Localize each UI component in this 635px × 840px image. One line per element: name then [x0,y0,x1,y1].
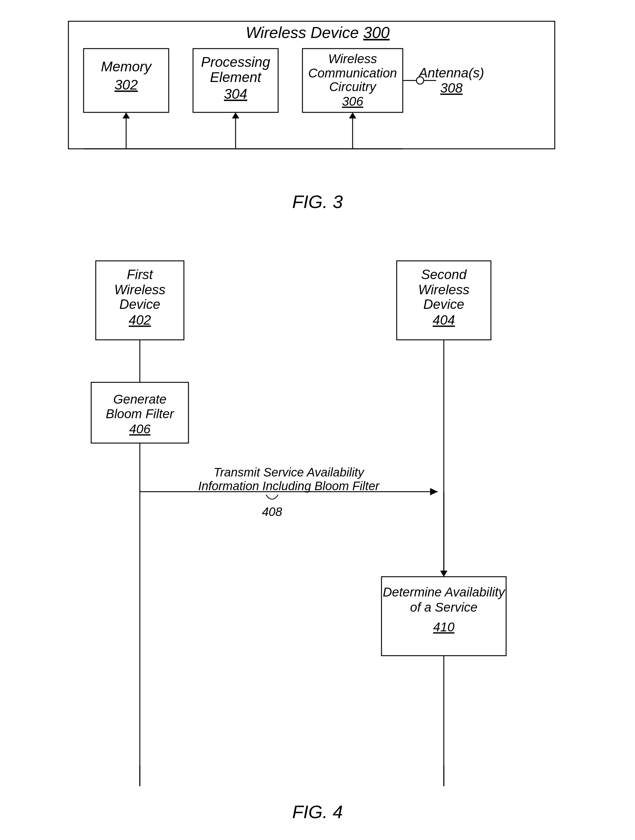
svg-text:Transmit Service Availability: Transmit Service Availability [214,466,365,479]
svg-text:Processing: Processing [201,54,270,70]
svg-text:Element: Element [210,69,262,85]
svg-marker-24 [349,112,356,118]
fig4-caption: FIG. 4 [292,801,343,823]
svg-text:410: 410 [433,620,454,634]
svg-text:402: 402 [128,313,151,327]
svg-text:of a Service: of a Service [410,600,478,614]
page-container: Wireless Device 300 Memory 302 Processin… [0,0,635,840]
svg-text:302: 302 [114,77,138,93]
svg-text:Information Including Bloom Fi: Information Including Bloom Filter [198,479,380,493]
svg-marker-22 [232,112,239,118]
svg-text:406: 406 [129,422,150,436]
fig4-section: First Wireless Device 402 Second Wireles… [24,255,611,823]
svg-text:First: First [127,267,153,282]
svg-marker-48 [440,571,447,577]
svg-text:Wireless: Wireless [418,282,469,297]
svg-text:404: 404 [432,313,455,327]
svg-marker-43 [430,488,438,495]
svg-text:Memory: Memory [101,58,152,74]
svg-text:Generate: Generate [113,392,166,406]
fig3-section: Wireless Device 300 Memory 302 Processin… [24,18,611,212]
svg-text:Bloom Filter: Bloom Filter [106,407,174,421]
svg-text:304: 304 [224,86,247,102]
svg-text:Circuitry: Circuitry [329,80,377,94]
svg-text:Device: Device [423,297,464,312]
svg-text:Wireless Device
        300: Wireless Device 300 [245,24,390,41]
svg-marker-20 [122,112,130,118]
svg-text:308: 308 [440,81,462,95]
svg-text:Determine Availability: Determine Availability [383,585,506,599]
svg-text:Communication: Communication [308,66,397,80]
fig3-caption: FIG. 3 [292,191,343,212]
fig3-diagram: Wireless Device 300 Memory 302 Processin… [59,18,576,176]
svg-text:Antenna(s): Antenna(s) [418,65,484,80]
fig4-diagram: First Wireless Device 402 Second Wireles… [59,255,576,786]
svg-text:Wireless: Wireless [114,282,165,297]
svg-text:Second: Second [421,267,467,282]
svg-text:Wireless: Wireless [328,52,377,66]
svg-text:306: 306 [342,94,363,108]
svg-text:Device: Device [119,297,160,312]
svg-text:408: 408 [262,505,282,518]
